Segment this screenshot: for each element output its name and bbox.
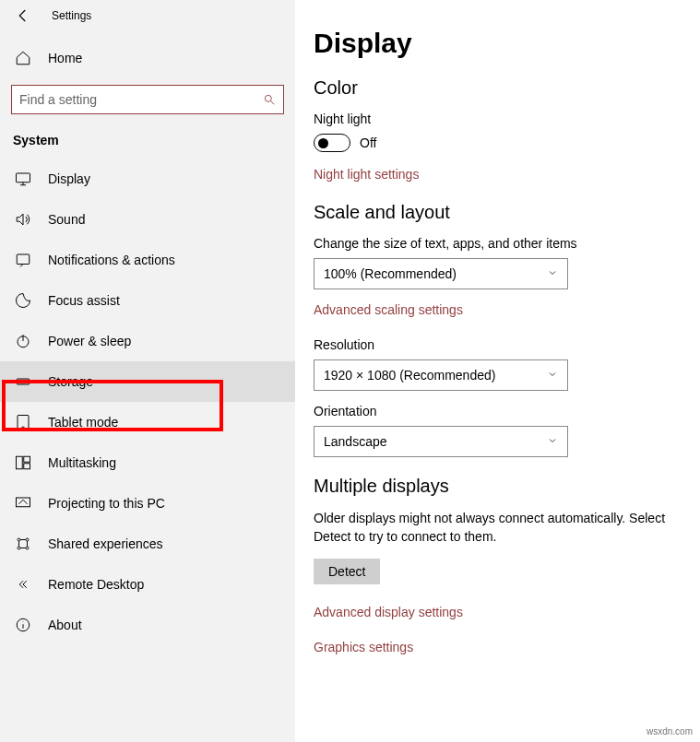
- multi-text: Older displays might not always connect …: [314, 510, 692, 546]
- sidebar-item-label: Remote Desktop: [48, 577, 144, 592]
- sidebar-item-label: Focus assist: [48, 293, 120, 308]
- sidebar-item-display[interactable]: Display: [0, 159, 295, 199]
- sound-icon: [15, 211, 31, 228]
- search-icon: [263, 93, 276, 106]
- power-icon: [15, 333, 31, 349]
- chevron-down-icon: [547, 266, 558, 281]
- sidebar-item-focus-assist[interactable]: Focus assist: [0, 280, 295, 321]
- svg-point-12: [26, 538, 29, 541]
- search-input[interactable]: [19, 92, 263, 107]
- svg-rect-7: [17, 456, 23, 469]
- svg-rect-1: [17, 173, 30, 183]
- search-box[interactable]: [11, 85, 284, 114]
- sidebar-item-notifications[interactable]: Notifications & actions: [0, 240, 295, 280]
- page-title: Display: [314, 28, 700, 59]
- sidebar-item-tablet-mode[interactable]: Tablet mode: [0, 402, 295, 442]
- night-light-toggle[interactable]: [314, 134, 350, 152]
- graphics-settings-link[interactable]: Graphics settings: [314, 640, 700, 654]
- sidebar-item-label: Shared experiences: [48, 536, 163, 551]
- svg-rect-8: [24, 456, 30, 462]
- sidebar-item-about[interactable]: About: [0, 605, 295, 645]
- display-icon: [15, 171, 31, 187]
- scale-value: 100% (Recommended): [324, 266, 457, 281]
- orientation-value: Landscape: [324, 434, 387, 449]
- svg-point-13: [18, 547, 20, 549]
- scale-label: Change the size of text, apps, and other…: [314, 236, 700, 251]
- detect-button[interactable]: Detect: [314, 559, 380, 584]
- section-title: System: [0, 133, 295, 159]
- about-icon: [15, 617, 31, 633]
- window-title: Settings: [52, 9, 91, 22]
- home-button[interactable]: Home: [0, 41, 295, 76]
- resolution-label: Resolution: [314, 337, 700, 352]
- toggle-knob: [318, 138, 328, 148]
- night-light-state: Off: [360, 135, 376, 150]
- sidebar-item-label: Projecting to this PC: [48, 496, 165, 511]
- resolution-select[interactable]: 1920 × 1080 (Recommended): [314, 359, 568, 391]
- sidebar-item-multitasking[interactable]: Multitasking: [0, 442, 295, 483]
- orientation-label: Orientation: [314, 404, 700, 418]
- sidebar-item-label: Storage: [48, 374, 93, 389]
- advanced-scaling-link[interactable]: Advanced scaling settings: [314, 302, 700, 317]
- sidebar-header: Settings: [0, 4, 295, 41]
- watermark: wsxdn.com: [647, 726, 693, 736]
- sidebar: Settings Home System Display Sound Notif…: [0, 0, 295, 742]
- sidebar-item-label: Tablet mode: [48, 415, 118, 430]
- chevron-down-icon: [547, 434, 558, 449]
- svg-point-5: [19, 381, 21, 383]
- sidebar-item-label: Notifications & actions: [48, 253, 175, 267]
- resolution-value: 1920 × 1080 (Recommended): [324, 368, 495, 383]
- tablet-icon: [15, 414, 31, 430]
- back-icon[interactable]: [15, 7, 31, 24]
- night-light-settings-link[interactable]: Night light settings: [314, 167, 700, 182]
- sidebar-item-power-sleep[interactable]: Power & sleep: [0, 321, 295, 361]
- notifications-icon: [15, 252, 31, 268]
- sidebar-item-label: Display: [48, 171, 90, 186]
- color-heading: Color: [314, 77, 700, 99]
- home-label: Home: [48, 51, 82, 65]
- focus-assist-icon: [15, 292, 31, 309]
- chevron-down-icon: [547, 368, 558, 383]
- scale-select[interactable]: 100% (Recommended): [314, 258, 568, 289]
- multitasking-icon: [15, 454, 31, 471]
- sidebar-item-label: Sound: [48, 212, 85, 227]
- svg-rect-9: [24, 464, 30, 469]
- svg-rect-10: [17, 498, 30, 507]
- multi-heading: Multiple displays: [314, 476, 700, 497]
- svg-point-11: [18, 538, 20, 541]
- svg-point-14: [26, 547, 29, 549]
- night-light-row: Off: [314, 134, 700, 152]
- main-content: Display Color Night light Off Night ligh…: [295, 0, 700, 742]
- sidebar-item-projecting[interactable]: Projecting to this PC: [0, 483, 295, 524]
- sidebar-item-label: Power & sleep: [48, 334, 131, 348]
- svg-point-0: [265, 95, 271, 101]
- scale-heading: Scale and layout: [314, 202, 700, 223]
- advanced-display-link[interactable]: Advanced display settings: [314, 605, 700, 619]
- svg-rect-2: [17, 254, 30, 265]
- sidebar-item-label: Multitasking: [48, 455, 116, 470]
- projecting-icon: [15, 495, 31, 512]
- night-light-label: Night light: [314, 112, 700, 126]
- remote-icon: [15, 576, 31, 593]
- orientation-select[interactable]: Landscape: [314, 426, 568, 457]
- sidebar-item-label: About: [48, 618, 82, 632]
- sidebar-item-storage[interactable]: Storage: [0, 361, 295, 402]
- shared-icon: [15, 536, 31, 552]
- storage-icon: [15, 373, 31, 390]
- home-icon: [15, 50, 31, 66]
- sidebar-item-remote-desktop[interactable]: Remote Desktop: [0, 564, 295, 605]
- sidebar-item-sound[interactable]: Sound: [0, 199, 295, 240]
- sidebar-item-shared-experiences[interactable]: Shared experiences: [0, 524, 295, 564]
